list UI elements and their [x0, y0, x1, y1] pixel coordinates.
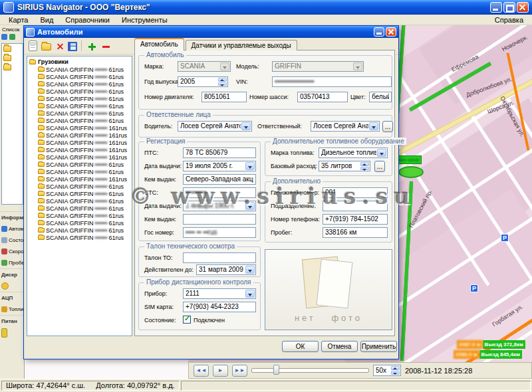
responsible-select[interactable]: Лосев Сергей Анатоль [311, 121, 380, 132]
step-back-button[interactable]: ◄◄ [194, 365, 209, 377]
new-icon[interactable] [29, 41, 37, 51]
panel-tool-icon[interactable] [1, 34, 7, 40]
sidebar-item-speed[interactable]: Скорост: [0, 246, 25, 257]
spinner-icon[interactable] [391, 366, 400, 375]
fuel-icon [1, 306, 7, 312]
menu-map[interactable]: Карта [3, 16, 34, 24]
speed-stepper[interactable]: 50x [373, 365, 401, 376]
sidebar-item-vehicle[interactable]: Автомоб [0, 223, 25, 235]
panel-tool-icon[interactable] [9, 34, 15, 40]
vehicle-tree[interactable]: Грузовики SCANIA GRIFFIN •••••• 61rus SC… [27, 56, 132, 336]
parking-icon[interactable]: P [470, 284, 478, 292]
tree-item[interactable]: SCANIA GRIFFIN •••••• 61rus [27, 227, 132, 234]
engine-number-field[interactable]: 8051061 [201, 92, 247, 102]
fuel-more-button[interactable]: ... [374, 161, 385, 172]
tree-item[interactable]: SCANIA GRIFFIN •••••• 61rus [27, 66, 132, 73]
sidebar-item-sensor[interactable] [0, 280, 25, 292]
tree-item[interactable]: SCANIA GRIFFIN •••••• 61rus [27, 117, 132, 124]
inspection-ticket-field[interactable] [183, 252, 256, 263]
plate-number-field[interactable]: •••• •• ••rus [183, 227, 256, 238]
menu-directories[interactable]: Справочники [59, 16, 116, 24]
tree-root[interactable]: Грузовики [27, 58, 132, 66]
menu-help[interactable]: Справка [489, 16, 529, 24]
tree-item[interactable]: SCANIA GRIFFIN •••••• 61rus [27, 197, 132, 205]
state-checkbox[interactable] [183, 316, 191, 324]
tree-item[interactable]: SCANIA GRIFFIN •••••• 61rus [27, 168, 132, 175]
tab-sensors[interactable]: Датчики и управляемые выходы [186, 40, 297, 50]
tree-item[interactable]: SCANIA GRIFFIN •••••• 61rus [27, 95, 132, 102]
sidebar-item-battery[interactable] [0, 327, 25, 338]
tree-item[interactable]: SCANIA GRIFFIN •••••• 161rus [27, 132, 132, 139]
division-field[interactable] [323, 201, 388, 211]
tree-item[interactable]: SCANIA GRIFFIN •••••• 61rus [27, 190, 132, 197]
step-forward-button[interactable]: ►► [232, 365, 247, 377]
dialog-minimize-button[interactable] [374, 27, 384, 37]
color-field[interactable]: белый [369, 92, 392, 102]
maximize-button[interactable] [503, 2, 515, 13]
parking-icon[interactable]: P [501, 234, 509, 242]
persons-more-button[interactable]: ... [382, 121, 393, 132]
pts-issuer-field[interactable]: Северо-Западная акционар [183, 174, 256, 185]
sidebar-tree[interactable] [1, 43, 23, 205]
year-stepper[interactable]: 2005 [178, 76, 228, 87]
phone-field[interactable]: +7(919) 784-1502 [323, 214, 388, 225]
tree-item[interactable]: SCANIA GRIFFIN •••••• 61rus [27, 183, 132, 190]
play-button[interactable]: ► [213, 365, 228, 377]
tree-item[interactable]: SCANIA GRIFFIN •••••• 61rus [27, 88, 132, 95]
tree-item[interactable]: SCANIA GRIFFIN •••••• 161rus [27, 146, 132, 153]
tree-item-region: 61rus [108, 96, 124, 102]
driver-select[interactable]: Лосев Сергей Анатоль [178, 121, 252, 132]
playback-slider[interactable] [251, 368, 369, 373]
vehicle-marker[interactable] [398, 166, 424, 178]
spinner-icon[interactable] [218, 78, 227, 86]
save-icon[interactable] [68, 42, 77, 51]
tab-vehicle[interactable]: Автомобиль [134, 38, 184, 50]
ok-button[interactable]: ОК [282, 341, 319, 352]
model-select[interactable]: GRIFFIN [272, 61, 364, 72]
tree-item[interactable]: SCANIA GRIFFIN •••••• 61rus [27, 102, 132, 110]
minimize-button[interactable] [490, 2, 502, 13]
fuel-type-select[interactable]: Дизельное топливо [319, 147, 388, 158]
tree-item[interactable]: SCANIA GRIFFIN •••••• 61rus [27, 234, 132, 241]
inspection-valid-select[interactable]: 31 марта 2009 г. [196, 264, 256, 275]
apply-button[interactable]: Применить [360, 341, 397, 352]
tree-item[interactable]: SCANIA GRIFFIN •••••• 161rus [27, 175, 132, 183]
sidebar-item-fuel[interactable]: Топлив [0, 304, 25, 315]
sidebar-item-status[interactable]: Состоян [0, 235, 25, 246]
fuel-rate-stepper[interactable]: 35 литров [319, 161, 370, 171]
close-button[interactable] [517, 2, 529, 13]
mileage-field[interactable]: 338166 км [323, 227, 388, 238]
tree-item[interactable]: SCANIA GRIFFIN •••••• 61rus [27, 80, 132, 88]
tree-item[interactable]: SCANIA GRIFFIN •••••• 61rus [27, 219, 132, 227]
sts-date-select[interactable]: 1 января 1900 г. [183, 201, 256, 211]
add-icon[interactable] [86, 41, 97, 52]
menu-tools[interactable]: Инструменты [116, 16, 174, 24]
remove-icon[interactable] [100, 41, 111, 52]
tree-item[interactable]: SCANIA GRIFFIN •••••• 61rus [27, 212, 132, 219]
spinner-icon[interactable] [360, 162, 369, 170]
sidebar-item-mileage[interactable]: Пробег: [0, 257, 25, 268]
add-folder-icon[interactable] [41, 43, 51, 50]
playback-slider-thumb[interactable] [273, 365, 279, 375]
device-select[interactable]: 2111 [183, 288, 256, 299]
pts-field[interactable]: 78 ТС 850679 [183, 147, 256, 158]
garage-number-field[interactable]: 001 [323, 187, 388, 198]
chassis-number-field[interactable]: 03570413 [297, 92, 348, 102]
vin-field[interactable]: ••••••••••••••••• [272, 76, 392, 87]
cancel-button[interactable]: Отмена [321, 341, 358, 352]
sim-field[interactable]: +7(903) 454-2323 [183, 302, 256, 312]
tree-item[interactable]: SCANIA GRIFFIN •••••• 61rus [27, 73, 132, 80]
tree-item[interactable]: SCANIA GRIFFIN •••••• 161rus [27, 139, 132, 146]
dialog-close-button[interactable] [386, 27, 396, 37]
tree-item[interactable]: SCANIA GRIFFIN •••••• 161rus [27, 124, 132, 132]
menu-view[interactable]: Вид [34, 16, 59, 24]
sts-field[interactable]: ••••••••• [183, 187, 256, 198]
delete-icon[interactable] [54, 41, 65, 52]
tree-item[interactable]: SCANIA GRIFFIN •••••• 61rus [27, 205, 132, 212]
brand-select[interactable]: SCANIA [178, 61, 231, 72]
tree-item[interactable]: SCANIA GRIFFIN •••••• 61rus [27, 161, 132, 168]
tree-item[interactable]: SCANIA GRIFFIN •••••• 161rus [27, 153, 132, 161]
tree-item[interactable]: SCANIA GRIFFIN •••••• 61rus [27, 110, 132, 117]
sts-issuer-field[interactable] [183, 214, 256, 225]
pts-date-select[interactable]: 19 июля 2005 г. [183, 161, 256, 171]
